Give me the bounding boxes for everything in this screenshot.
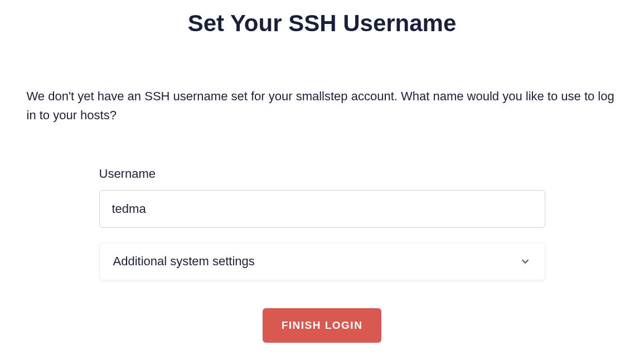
button-container: FINISH LOGIN [99, 308, 545, 343]
chevron-down-icon [519, 255, 531, 268]
username-label: Username [99, 167, 545, 181]
finish-login-button[interactable]: FINISH LOGIN [263, 308, 382, 343]
settings-panel-label: Additional system settings [113, 254, 255, 269]
additional-settings-panel[interactable]: Additional system settings [99, 242, 545, 280]
username-input[interactable] [99, 190, 545, 228]
page-title: Set Your SSH Username [27, 10, 618, 37]
description-text: We don't yet have an SSH username set fo… [27, 87, 618, 125]
form-container: Username Additional system settings FINI… [99, 167, 545, 343]
